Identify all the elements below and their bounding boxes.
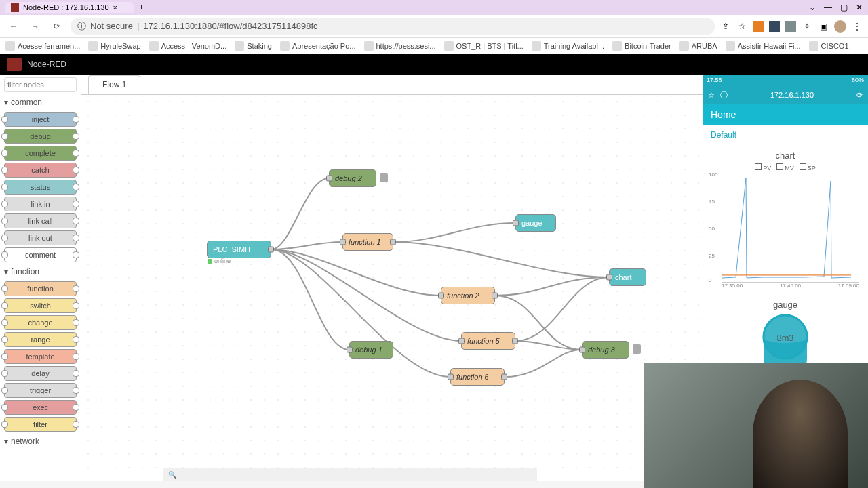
flow-node-gauge[interactable]: gauge (515, 214, 556, 232)
filter-input[interactable] (4, 77, 77, 92)
flow-node-plc[interactable]: PLC_SIMITonline (207, 241, 271, 258)
canvas-workspace[interactable]: Flow 1 + PLC_SIMITonline debug 2 ga (81, 75, 703, 481)
reload-button[interactable]: ⟳ (49, 18, 65, 35)
tab-title: Node-RED : 172.16.1.130 (23, 3, 109, 12)
category-common[interactable]: ▾ common (4, 95, 77, 110)
bookmarks-bar: Acesse ferramen... HyruleSwap Access - V… (0, 38, 868, 54)
palette-node-link-out[interactable]: link out (4, 230, 77, 245)
bookmark-item[interactable]: Access - VenomD... (149, 41, 227, 51)
address-bar: ← → ⟳ ⓘ Not secure | 172.16.1.130:1880/#… (0, 15, 868, 38)
chart-title: chart (708, 150, 863, 161)
chart-legend: PV MV SP (708, 163, 863, 171)
status-badge: online (208, 258, 231, 264)
chart-svg (722, 174, 859, 282)
flow-node-debug2[interactable]: debug 2 (329, 169, 376, 187)
flow-node-chart[interactable]: chart (609, 268, 646, 286)
search-icon[interactable]: 🔍 (168, 471, 176, 479)
palette-node-status[interactable]: status (4, 180, 77, 195)
tabs-icon[interactable]: ▣ (818, 22, 829, 31)
ext2-icon[interactable] (769, 21, 780, 32)
webcam-overlay (644, 363, 868, 488)
bookmark-item[interactable]: Training Availabl... (532, 41, 604, 51)
avatar[interactable] (834, 20, 846, 33)
bookmark-item[interactable]: Apresentação Po... (280, 41, 356, 51)
dashboard-chart: chart PV MV SP 100 75 50 25 0 (703, 145, 868, 294)
chevron-down-icon[interactable]: ⌄ (809, 3, 816, 12)
insecure-label: Not secure (90, 21, 133, 31)
flow-node-debug1[interactable]: debug 1 (349, 341, 393, 359)
star-icon[interactable]: ☆ (708, 91, 715, 100)
bookmark-item[interactable]: Bitcoin-Trader (612, 41, 671, 51)
node-red-header: Node-RED (0, 54, 868, 75)
puzzle-icon[interactable]: ✧ (802, 22, 812, 31)
maximize-icon[interactable]: ▢ (840, 3, 848, 12)
palette-node-catch[interactable]: catch (4, 163, 77, 178)
flow-node-debug3[interactable]: debug 3 (582, 341, 629, 359)
share-icon[interactable]: ⇪ (720, 22, 731, 31)
palette-node-trigger[interactable]: trigger (4, 383, 77, 398)
close-window-icon[interactable]: ✕ (856, 3, 863, 12)
bookmark-item[interactable]: ARUBA (679, 41, 717, 51)
bookmark-item[interactable]: OST_R | BTS | Titl... (444, 41, 524, 51)
app-title: Node-RED (27, 60, 66, 69)
palette-node-range[interactable]: range (4, 332, 77, 347)
browser-titlebar: Node-RED : 172.16.1.130 × + ⌄ — ▢ ✕ (0, 0, 868, 15)
palette-node-exec[interactable]: exec (4, 400, 77, 415)
node-red-logo (7, 58, 22, 71)
bookmark-item[interactable]: Staking (235, 41, 272, 51)
phone-urlbar[interactable]: ☆ ⓘ 172.16.1.130 ⟳ (703, 85, 868, 104)
dashboard-group-default[interactable]: Default (703, 125, 868, 145)
ext3-icon[interactable] (785, 21, 796, 32)
canvas-footer: 🔍 (163, 468, 537, 481)
palette-node-comment[interactable]: comment (4, 247, 77, 262)
palette-node-switch[interactable]: switch (4, 298, 77, 313)
url-input[interactable]: ⓘ Not secure | 172.16.1.130:1880/#flow/d… (71, 18, 715, 35)
bookmark-item[interactable]: Assistir Hawaii Fi... (726, 41, 801, 51)
palette-node-complete[interactable]: complete (4, 146, 77, 161)
palette-node-inject[interactable]: inject (4, 112, 77, 127)
bookmark-item[interactable]: https://pess.sesi... (364, 41, 436, 51)
palette-node-filter[interactable]: filter (4, 417, 77, 432)
add-tab-button[interactable]: + (690, 77, 703, 94)
palette: ▾ common inject debug complete catch sta… (0, 75, 81, 481)
forward-button[interactable]: → (27, 18, 43, 35)
new-tab-button[interactable]: + (139, 3, 144, 12)
ext1-icon[interactable] (753, 21, 764, 32)
info-icon: ⓘ (720, 90, 728, 100)
palette-node-change[interactable]: change (4, 315, 77, 330)
phone-statusbar: 17:5880% (703, 75, 868, 85)
star-icon[interactable]: ☆ (736, 22, 747, 31)
dashboard-gauge: gauge 8m3 (703, 294, 868, 371)
palette-node-link-in[interactable]: link in (4, 197, 77, 211)
bookmark-item[interactable]: CISCO1 (809, 41, 849, 51)
minimize-icon[interactable]: — (824, 3, 832, 12)
dashboard-home[interactable]: Home (703, 104, 868, 125)
menu-icon[interactable]: ⋮ (852, 22, 863, 31)
insecure-icon: ⓘ (77, 20, 86, 33)
flow-node-function6[interactable]: function 6 (450, 368, 505, 386)
flow-tab[interactable]: Flow 1 (88, 75, 140, 94)
close-icon[interactable]: × (113, 3, 117, 12)
bookmark-item[interactable]: Acesse ferramen... (5, 41, 80, 51)
url-text: 172.16.1.130:1880/#flow/d8423175114898fc (143, 21, 317, 31)
category-function[interactable]: ▾ function (4, 264, 77, 279)
tab-favicon (11, 3, 19, 12)
flow-node-function1[interactable]: function 1 (342, 233, 393, 251)
reload-icon[interactable]: ⟳ (856, 91, 863, 100)
palette-node-function[interactable]: function (4, 281, 77, 296)
category-network[interactable]: ▾ network (4, 434, 77, 449)
flow-node-function5[interactable]: function 5 (461, 332, 515, 350)
palette-node-debug[interactable]: debug (4, 129, 77, 144)
browser-tab[interactable]: Node-RED : 172.16.1.130 × (5, 2, 134, 13)
gauge-value: 8m3 (777, 333, 794, 343)
bookmark-item[interactable]: HyruleSwap (88, 41, 140, 51)
palette-node-link-call[interactable]: link call (4, 214, 77, 228)
palette-node-delay[interactable]: delay (4, 366, 77, 381)
flow-node-function2[interactable]: function 2 (441, 287, 495, 304)
palette-node-template[interactable]: template (4, 349, 77, 364)
back-button[interactable]: ← (5, 18, 22, 35)
